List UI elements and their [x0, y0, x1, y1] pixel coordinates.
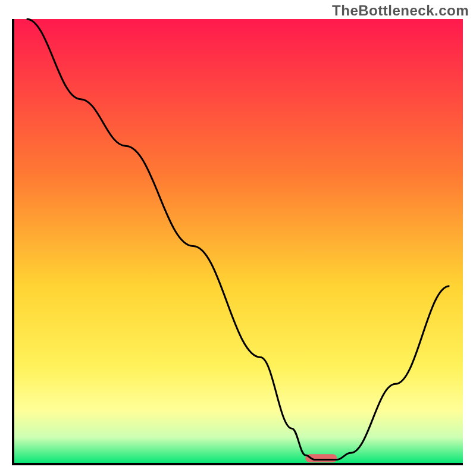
chart-container: TheBottleneck.com: [0, 0, 476, 476]
bottleneck-chart: [0, 0, 476, 476]
plot-background: [13, 19, 463, 464]
watermark-text: TheBottleneck.com: [332, 2, 469, 19]
